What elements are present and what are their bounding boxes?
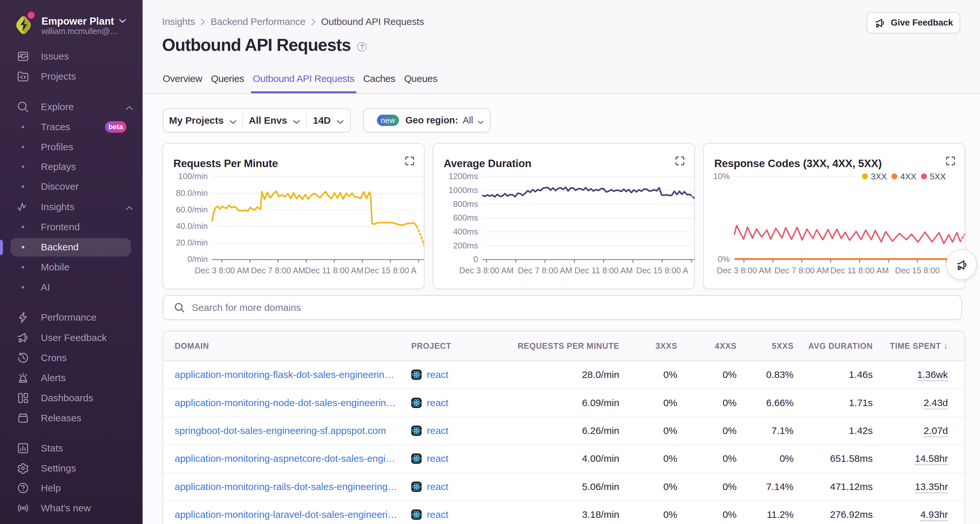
svg-text:40.0/min: 40.0/min (176, 222, 208, 230)
svg-text:1000ms: 1000ms (449, 186, 478, 195)
svg-text:60.0/min: 60.0/min (176, 205, 208, 214)
svg-text:Dec 3 8:00 AM: Dec 3 8:00 AM (717, 266, 771, 275)
svg-text:600ms: 600ms (453, 213, 478, 222)
svg-text:Dec 7 8:00 AM: Dec 7 8:00 AM (251, 266, 305, 275)
svg-text:80.0/min: 80.0/min (176, 189, 208, 198)
svg-text:20.0/min: 20.0/min (176, 238, 208, 247)
svg-text:3XX: 3XX (871, 171, 887, 181)
svg-text:Dec 7 8:00 AM: Dec 7 8:00 AM (775, 266, 829, 275)
svg-text:Dec 3 8:00 AM: Dec 3 8:00 AM (195, 266, 249, 275)
svg-text:0: 0 (474, 254, 478, 264)
svg-text:400ms: 400ms (453, 227, 478, 236)
svg-text:Dec 15 8:00 A: Dec 15 8:00 A (364, 266, 417, 275)
svg-text:Dec 11 8:00 AM: Dec 11 8:00 AM (574, 266, 633, 275)
svg-text:10%: 10% (713, 171, 730, 181)
svg-text:5XX: 5XX (930, 171, 946, 181)
svg-text:Dec 11 8:00 AM: Dec 11 8:00 AM (830, 266, 889, 275)
svg-text:Dec 15 8:00: Dec 15 8:00 (895, 266, 940, 275)
svg-text:100/min: 100/min (178, 171, 208, 181)
svg-text:800ms: 800ms (453, 200, 478, 208)
svg-text:Dec 15 8:00 A: Dec 15 8:00 A (636, 266, 689, 275)
svg-text:4XX: 4XX (900, 171, 916, 181)
svg-text:0%: 0% (718, 254, 730, 264)
svg-text:Dec 11 8:00 AM: Dec 11 8:00 AM (305, 266, 363, 275)
svg-text:0/min: 0/min (187, 254, 208, 264)
svg-text:200ms: 200ms (453, 241, 478, 250)
svg-text:1200ms: 1200ms (449, 171, 478, 181)
svg-text:Dec 3 8:00 AM: Dec 3 8:00 AM (459, 266, 514, 275)
svg-text:Dec 7 8:00 AM: Dec 7 8:00 AM (518, 266, 572, 275)
